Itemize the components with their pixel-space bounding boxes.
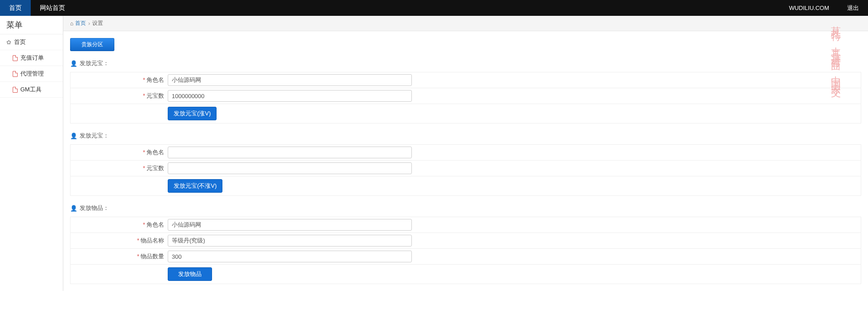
s2-role-input[interactable] [168,147,412,158]
breadcrumb: ⌂ 首页 › 设置 [63,16,868,31]
sidebar-item-label: 代理管理 [20,70,44,78]
home-icon: ⌂ [70,20,73,27]
gear-icon: ✿ [6,39,11,46]
breadcrumb-home[interactable]: 首页 [75,19,86,27]
sidebar-item-label: 充值订单 [20,54,44,62]
sidebar-item-agent[interactable]: 代理管理 [0,66,63,82]
sidebar-home-label: 首页 [14,38,26,46]
sidebar-item-label: GM工具 [20,85,42,94]
nav-site-home[interactable]: 网站首页 [31,0,74,16]
s1-submit-button[interactable]: 发放元宝(涨V) [168,107,217,120]
section2-header: 👤 发放元宝： [70,132,861,140]
top-navbar: 首页 网站首页 WUDILIU.COM 退出 [0,0,868,16]
breadcrumb-separator: › [88,20,90,27]
section3-title: 发放物品： [80,204,109,212]
sidebar-home[interactable]: ✿ 首页 [0,34,63,50]
s2-amount-input[interactable] [168,162,412,174]
s3-qty-input[interactable] [168,251,412,262]
s3-role-input[interactable] [168,219,412,231]
zone-button[interactable]: 贵族分区 [70,38,114,51]
s1-role-label: 角色名 [146,76,164,83]
s2-submit-button[interactable]: 发放元宝(不涨V) [168,179,222,193]
s3-role-label: 角色名 [146,221,164,228]
file-icon [13,87,18,93]
section2-title: 发放元宝： [80,132,109,140]
s3-submit-button[interactable]: 发放物品 [168,267,212,281]
nav-brand[interactable]: WUDILIU.COM [780,0,838,16]
nav-home[interactable]: 首页 [0,0,31,16]
nav-logout[interactable]: 退出 [838,0,868,16]
s1-amount-label: 元宝数 [146,92,164,99]
s1-amount-input[interactable] [168,90,412,102]
file-icon [13,55,18,61]
s2-amount-label: 元宝数 [146,165,164,171]
section1-title: 发放元宝： [80,59,109,67]
sidebar-item-gmtools[interactable]: GM工具 [0,82,63,98]
s3-qty-label: 物品数量 [141,253,164,260]
section1-header: 👤 发放元宝： [70,59,861,67]
s3-item-input[interactable] [168,235,412,247]
user-icon: 👤 [70,133,77,139]
s3-item-label: 物品名称 [141,237,164,244]
section3-header: 👤 发放物品： [70,204,861,212]
s1-role-input[interactable] [168,74,412,86]
sidebar: 菜单 ✿ 首页 充值订单 代理管理 GM工具 [0,16,63,291]
main-panel: ⌂ 首页 › 设置 贵族分区 👤 发放元宝： *角色名 *元宝数 发放元宝(涨V [63,16,868,291]
breadcrumb-current: 设置 [92,19,103,27]
sidebar-item-recharge[interactable]: 充值订单 [0,50,63,66]
s2-role-label: 角色名 [146,149,164,156]
user-icon: 👤 [70,60,77,67]
sidebar-title: 菜单 [0,16,63,34]
user-icon: 👤 [70,205,77,212]
file-icon [13,71,18,77]
